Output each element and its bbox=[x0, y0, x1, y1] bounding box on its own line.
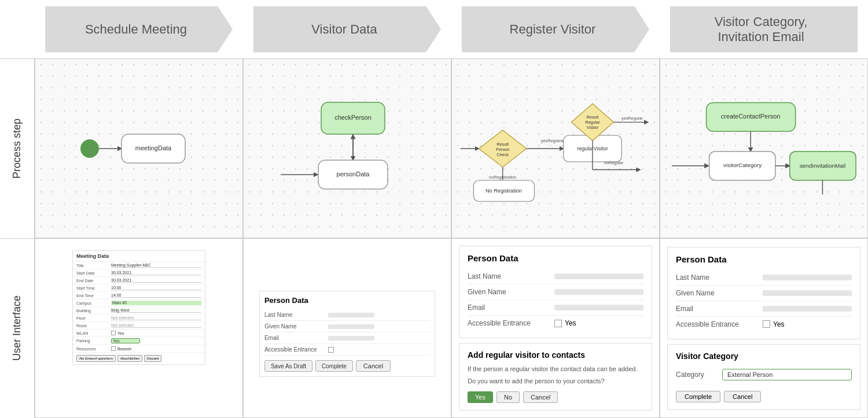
person-row-lastname: Last Name bbox=[264, 309, 430, 321]
svg-text:No Registration: No Registration bbox=[486, 187, 522, 193]
col4-value-givenname bbox=[763, 290, 852, 296]
col4-label-lastname: Last Name bbox=[676, 273, 763, 282]
visitor-cat-row: Category External Person bbox=[676, 367, 852, 383]
meeting-data-form: Meeting Data Title Meeting Supplier ABC … bbox=[72, 250, 205, 365]
checkbox-wlan-label: Yes bbox=[117, 331, 124, 335]
ui-cell-1: Meeting Data Title Meeting Supplier ABC … bbox=[35, 238, 243, 418]
parking-value: Yes bbox=[113, 339, 119, 343]
form-label-resources: Resources bbox=[76, 347, 111, 351]
col4-value-email bbox=[763, 306, 852, 312]
process-cell-2: checkPerson personData bbox=[243, 58, 451, 238]
add-visitor-section: Add regular visitor to contacts If the p… bbox=[459, 343, 652, 410]
person-data-section-col3: Person Data Last Name Given Name Email bbox=[459, 246, 652, 338]
form-row-resources: Resources Beamer bbox=[73, 345, 205, 353]
chevron-3: Register Visitor bbox=[462, 6, 649, 53]
abschliessen-button[interactable]: Abschließen bbox=[117, 355, 142, 362]
complete-button[interactable]: Complete bbox=[315, 360, 353, 372]
discard-button[interactable]: Discard bbox=[144, 355, 161, 362]
person-label-lastname: Last Name bbox=[264, 312, 328, 318]
visitor-cat-title: Visitor Category bbox=[676, 352, 852, 361]
col3-row-lastname: Last Name bbox=[468, 269, 643, 284]
col3-value-givenname bbox=[554, 289, 643, 295]
col3-row-email: Email bbox=[468, 300, 643, 316]
checkbox-parking-checked[interactable]: Yes bbox=[111, 338, 140, 343]
header-row: Schedule Meeting Visitor Data Register V… bbox=[0, 0, 868, 58]
checkbox-wlan[interactable] bbox=[111, 331, 116, 335]
form-label-building: Building bbox=[76, 309, 111, 313]
svg-text:Regular: Regular bbox=[585, 120, 600, 125]
checkbox-resources[interactable] bbox=[111, 346, 116, 351]
col3-action-buttons: Yes No Cancel bbox=[468, 391, 643, 403]
ui-label-cell: User Interface bbox=[0, 238, 34, 418]
chevron-label-2: Visitor Data bbox=[311, 22, 377, 37]
svg-text:Result: Result bbox=[587, 114, 599, 119]
form-row-building: Building Bldg West bbox=[73, 307, 205, 315]
form-row-room: Room Not selected bbox=[73, 322, 205, 330]
label-column: Process step User Interface bbox=[0, 58, 35, 418]
process-diagram-4: createContactPerson visitorCategory send… bbox=[666, 91, 862, 206]
form-label-wlan: WLAN bbox=[76, 331, 111, 335]
form-label-title: Title bbox=[76, 264, 111, 268]
person-data-section-col4: Person Data Last Name Given Name Email bbox=[667, 247, 860, 339]
cancel-button-col4[interactable]: Cancel bbox=[724, 391, 761, 402]
col3-row-givenname: Given Name bbox=[468, 284, 643, 300]
form-row-campus: Campus Main 40 bbox=[73, 299, 205, 307]
meeting-form-title: Meeting Data bbox=[73, 251, 205, 262]
form-label-campus: Campus bbox=[76, 301, 111, 305]
col3-checkbox-yes: Yes bbox=[565, 319, 576, 327]
col4-checkbox-yes: Yes bbox=[773, 320, 785, 328]
visitor-category-section: Visitor Category Category External Perso… bbox=[667, 344, 860, 410]
col4-action-buttons: Complete Cancel bbox=[676, 391, 852, 402]
person-form-title-col3: Person Data bbox=[468, 253, 643, 263]
form-value-building: Bldg West bbox=[111, 308, 201, 313]
cancel-button-col2[interactable]: Cancel bbox=[356, 360, 391, 372]
header-spacer bbox=[0, 0, 35, 58]
process-cell-4: createContactPerson visitorCategory send… bbox=[660, 58, 868, 238]
form-checkbox-parking[interactable]: Yes bbox=[111, 338, 140, 343]
col3-value-email bbox=[554, 305, 643, 310]
form-value-enddate: 30.03.2021 bbox=[111, 278, 201, 283]
form-label-room: Room bbox=[76, 324, 111, 328]
form-checkbox-resources[interactable]: Beamer bbox=[111, 346, 132, 351]
svg-text:sendInvitationMail: sendInvitationMail bbox=[800, 162, 846, 168]
cancel-button-col3[interactable]: Cancel bbox=[523, 391, 558, 403]
chevron-4: Visitor Category, Invitation Email bbox=[670, 6, 858, 53]
chevron-label-3: Register Visitor bbox=[510, 22, 596, 37]
als-entwurf-button[interactable]: Als Entwurf speichern bbox=[76, 355, 116, 362]
col3-label-givenname: Given Name bbox=[468, 288, 554, 296]
form-label-enddate: End Date bbox=[76, 279, 111, 283]
svg-text:yesRegular: yesRegular bbox=[621, 115, 643, 120]
ui-cell-2: Person Data Last Name Given Name Email bbox=[243, 238, 451, 418]
form-label-startdate: Start Date bbox=[76, 271, 111, 275]
chevron-label-1: Schedule Meeting bbox=[85, 22, 187, 37]
complete-button-col4[interactable]: Complete bbox=[676, 391, 720, 402]
col4-checkbox-area[interactable]: Yes bbox=[763, 320, 785, 328]
checkbox-resources-label: Beamer bbox=[117, 347, 132, 351]
person-row-givenname: Given Name bbox=[264, 321, 430, 332]
person-value-email bbox=[328, 336, 374, 341]
person-value-lastname bbox=[328, 313, 374, 317]
form-row-title: Title Meeting Supplier ABC bbox=[73, 262, 205, 269]
visitor-cat-value: External Person bbox=[722, 369, 852, 380]
checkbox-accessible-small[interactable] bbox=[328, 347, 334, 353]
svg-text:meetingData: meetingData bbox=[135, 145, 172, 151]
yes-button-col3[interactable]: Yes bbox=[468, 391, 493, 403]
process-diagram-1: meetingData bbox=[67, 91, 211, 206]
process-diagram-3: Result Person Check noRegistration No Re… bbox=[458, 91, 653, 206]
svg-text:noRegular: noRegular bbox=[604, 160, 624, 165]
form-value-startdate: 30.03.2021 bbox=[111, 271, 201, 275]
form-row-wlan: WLAN Yes bbox=[73, 330, 205, 337]
svg-text:Person: Person bbox=[496, 146, 509, 151]
form-value-title: Meeting Supplier ABC bbox=[111, 263, 201, 268]
form-checkbox-wlan[interactable]: Yes bbox=[111, 331, 124, 335]
no-button-col3[interactable]: No bbox=[496, 391, 520, 403]
save-draft-button[interactable]: Save As Draft bbox=[264, 360, 312, 372]
col3-checkbox-area[interactable]: Yes bbox=[554, 319, 576, 327]
col3-checkbox-accessible[interactable] bbox=[554, 320, 562, 327]
form-row-starttime: Start Time 10:00 bbox=[73, 284, 205, 292]
col4-checkbox-accessible[interactable] bbox=[763, 320, 770, 328]
add-visitor-text2: Do you want to add the person to your co… bbox=[468, 376, 643, 386]
meeting-form-buttons: Als Entwurf speichern Abschließen Discar… bbox=[73, 353, 205, 364]
person-form-small-title: Person Data bbox=[264, 296, 430, 305]
chevron-container-1: Schedule Meeting bbox=[35, 0, 243, 58]
